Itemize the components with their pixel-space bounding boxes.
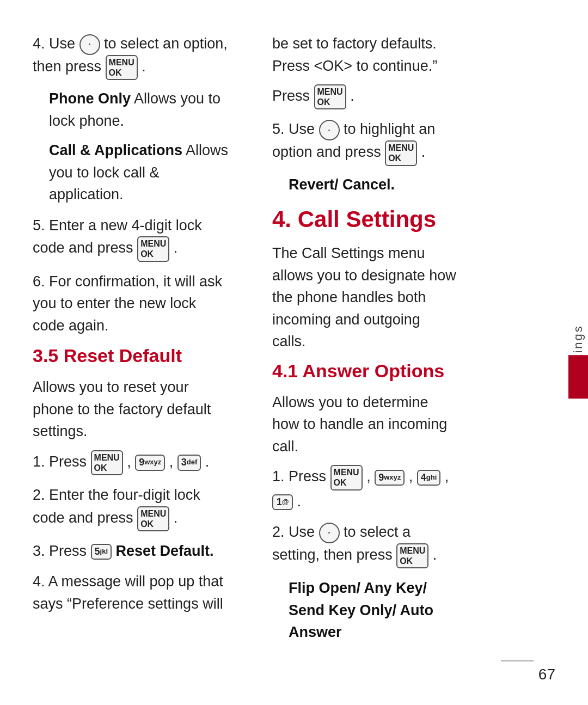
left-item-4: 4. Use ⋅ to select an option, then press… — [33, 33, 229, 206]
item4-number: 4. Use — [33, 35, 79, 52]
ans-ok-1: MENUOK — [330, 465, 363, 490]
section-4: 4. Call Settings The Call Settings menu … — [272, 206, 457, 353]
section-35-heading: 3.5 Reset Default — [33, 345, 229, 366]
reset-desc: Allows you to reset your phone to the fa… — [33, 376, 229, 443]
item6-text: 6. For confirmation, it will ask you to … — [33, 273, 222, 334]
right-column: be set to factory defaults. Press <OK> t… — [250, 33, 501, 672]
menu-ok-icon-4: MENUOK — [106, 55, 138, 80]
menu-ok-icon-5: MENUOK — [137, 236, 169, 261]
right-cont-ok: MENUOK — [314, 84, 346, 109]
ans-item-1: 1. Press MENUOK , 9wxyz , 4ghi , 1@ . — [272, 465, 457, 512]
reset-9-icon: 9wxyz — [135, 455, 165, 470]
reset-item-3: 3. Press 5jkl Reset Default. — [33, 540, 229, 562]
sidebar-bar — [568, 355, 588, 399]
sidebar: Settings — [568, 318, 588, 388]
left-column: 4. Use ⋅ to select an option, then press… — [0, 33, 250, 672]
revert-cancel-label: Revert/ Cancel. — [289, 176, 395, 193]
section-41: 4.1 Answer Options Allows you to determi… — [272, 360, 457, 643]
call-app-label: Call & Applications — [49, 142, 182, 158]
reset-ok-icon: MENUOK — [91, 450, 123, 475]
nav-icon-4: ⋅ — [79, 34, 100, 55]
bottom-rule — [501, 660, 534, 661]
phone-only-label: Phone Only — [49, 90, 131, 107]
ans-item-2: 2. Use ⋅ to select a setting, then press… — [272, 521, 457, 568]
nav-icon-ans: ⋅ — [319, 523, 340, 543]
page-number: 67 — [538, 666, 555, 683]
left-item-5: 5. Enter a new 4-digit lock code and pre… — [33, 214, 229, 262]
ans-ok-2: MENUOK — [396, 543, 428, 568]
ans-options: Flip Open/ Any Key/ Send Key Only/ Auto … — [289, 577, 457, 643]
right-cont-reset: be set to factory defaults. Press <OK> t… — [272, 33, 457, 109]
section-4-heading: 4. Call Settings — [272, 206, 457, 232]
reset-item-2: 2. Enter the four-digit lock code and pr… — [33, 484, 229, 531]
ans-1-icon: 1@ — [272, 494, 293, 510]
left-item-6: 6. For confirmation, it will ask you to … — [33, 271, 229, 337]
ans-4-icon: 4ghi — [417, 470, 441, 486]
reset-ok-icon-2: MENUOK — [137, 506, 169, 531]
right-ok-5: MENUOK — [385, 140, 417, 165]
reset-item-4: 4. A message will pop up that says “Pref… — [33, 571, 229, 615]
answer-desc: Allows you to determine how to handle an… — [272, 391, 457, 458]
section-35: 3.5 Reset Default Allows you to reset yo… — [33, 345, 229, 615]
reset-3-icon: 3def — [177, 455, 201, 470]
item4-period: . — [142, 58, 146, 75]
reset-5-icon: 5jkl — [91, 544, 112, 560]
call-settings-desc: The Call Settings menu allows you to des… — [272, 242, 457, 353]
right-cont-text-a: be set to factory defaults. Press <OK> t… — [272, 35, 437, 74]
ans-options-text: Flip Open/ Any Key/ Send Key Only/ Auto … — [289, 580, 433, 640]
nav-icon-5r: ⋅ — [319, 120, 340, 140]
ans-9-icon: 9wxyz — [375, 470, 405, 486]
right-item-5: 5. Use ⋅ to highlight an option and pres… — [272, 118, 457, 195]
reset-item-1: 1. Press MENUOK , 9wxyz , 3def . — [33, 450, 229, 475]
section-41-heading: 4.1 Answer Options — [272, 360, 457, 382]
